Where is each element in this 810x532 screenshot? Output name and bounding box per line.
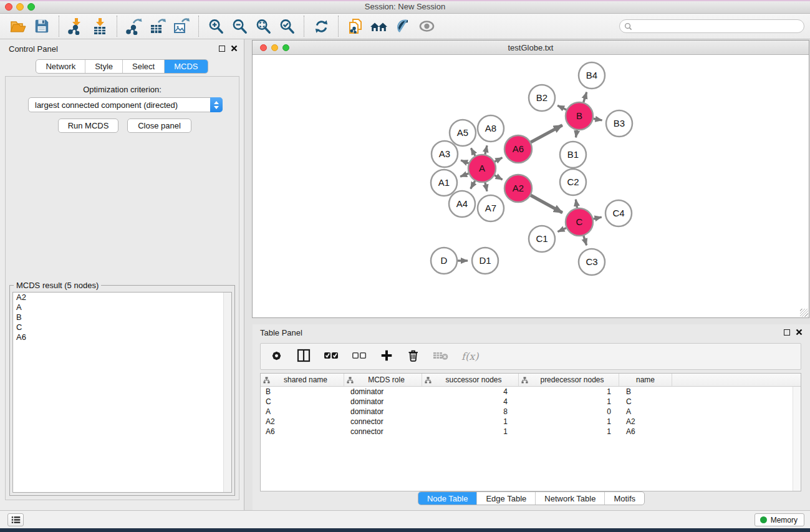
close-panel-button[interactable]: Close panel [127,118,191,133]
zoom-in-button[interactable] [206,16,226,36]
graph-edge-A-A3[interactable] [461,160,468,163]
column-header-name[interactable]: name [619,374,672,386]
graph-edge-B-B1[interactable] [576,130,577,138]
zoom-fit-button[interactable] [253,16,273,36]
table-row[interactable]: Adominator80A [261,407,801,417]
graph-node-label-D1: D1 [479,255,491,266]
column-header-predecessor-nodes[interactable]: predecessor nodes [519,374,619,386]
memory-label: Memory [771,516,798,525]
graph-node-label-D: D [441,255,448,266]
tab-style[interactable]: Style [85,60,122,73]
network-window: testGlobe.txt B4B2BB3A8A5A6A3B1AA1C2A2A4… [252,40,809,318]
attribute-tree-icon [263,377,270,384]
graph-edge-B-B2[interactable] [557,105,566,110]
import-table-button[interactable] [90,16,110,36]
table-row[interactable]: Bdominator41B [261,387,801,397]
function-builder-button: f(x) [461,351,478,362]
memory-button[interactable]: Memory [755,513,804,526]
float-table-panel-icon[interactable] [784,329,790,336]
table-scrollbar[interactable] [793,387,801,491]
task-history-button[interactable] [7,513,24,526]
home-icon [370,17,388,35]
result-item-A2[interactable]: A2 [13,293,231,302]
network-window-title: testGlobe.txt [253,43,809,52]
eye-button[interactable] [417,16,436,36]
tab-mcds[interactable]: MCDS [164,60,207,73]
table-settings-button[interactable] [269,349,284,365]
mcds-result-list: A2ABCA6 [12,292,232,493]
open-file-button[interactable] [8,16,28,36]
graph-edge-B-B4[interactable] [584,92,587,102]
tab-node-table[interactable]: Node Table [418,492,477,505]
graph-edge-C-C1[interactable] [558,228,566,231]
graph-edge-A6-B[interactable] [531,125,562,142]
tab-network[interactable]: Network [36,60,85,73]
graph-edge-A-A6[interactable] [494,158,502,162]
node-table: shared nameMCDS rolesuccessor nodesprede… [260,373,801,491]
result-item-A[interactable]: A [13,302,231,312]
run-mcds-button[interactable]: Run MCDS [58,118,118,133]
refresh-icon [313,18,330,35]
trash-icon [406,348,420,363]
result-item-C[interactable]: C [13,322,231,332]
mcds-panel: Optimization criterion: largest connecte… [5,76,239,500]
hide-details-button[interactable] [393,16,413,36]
home-button[interactable] [369,16,389,36]
search-input[interactable] [635,22,791,31]
graph-edge-A-A2[interactable] [494,175,502,180]
graph-edge-C-C2[interactable] [576,200,577,208]
graph-edge-A-A5[interactable] [471,148,475,156]
refresh-button[interactable] [311,16,331,36]
select-all-button[interactable] [324,351,339,362]
graph-edge-A2-C[interactable] [531,195,562,213]
tab-edge-table[interactable]: Edge Table [476,492,535,505]
columns-icon [296,348,311,363]
import-network-button[interactable] [66,16,86,36]
clone-network-icon [347,17,364,35]
export-table-button[interactable] [148,16,168,36]
table-columns-button[interactable] [296,348,311,365]
graph-edge-C-C3[interactable] [584,236,587,245]
export-network-button[interactable] [124,16,144,36]
search-field[interactable] [619,19,804,33]
table-row[interactable]: Cdominator41C [261,397,801,407]
add-column-button[interactable] [380,349,393,364]
resize-grip[interactable] [800,309,808,317]
save-session-button[interactable] [32,16,52,36]
optimization-label: Optimization criterion: [6,85,239,94]
list-icon [11,515,21,525]
graph-edge-A-A4[interactable] [471,181,475,189]
optimization-select[interactable]: largest connected component (directed) [28,97,223,112]
table-row[interactable]: A6connector11A6 [261,427,801,437]
close-table-panel-icon[interactable] [796,329,803,336]
float-panel-icon[interactable] [219,46,225,52]
network-canvas[interactable]: B4B2BB3A8A5A6A3B1AA1C2A2A4A7C4CC1DD1C3 [253,55,809,317]
result-item-B[interactable]: B [13,312,231,322]
gear-icon [269,349,284,363]
column-header-successor-nodes[interactable]: successor nodes [422,374,519,386]
hide-details-icon [394,17,412,35]
clone-network-button[interactable] [345,16,365,36]
column-header-shared-name[interactable]: shared name [261,374,344,386]
graph-edge-C-C4[interactable] [593,217,601,219]
result-scrollbar[interactable] [223,293,231,492]
delete-column-button[interactable] [406,348,420,365]
export-image-button[interactable] [171,16,191,36]
graph-edge-A-A7[interactable] [485,182,487,191]
open-folder-icon [9,17,27,35]
tab-motifs[interactable]: Motifs [604,492,644,505]
zoom-out-button[interactable] [229,16,249,36]
graph-edge-A-A1[interactable] [460,173,468,177]
column-header-MCDS-role[interactable]: MCDS role [344,374,422,386]
zoom-selected-button[interactable] [277,16,297,36]
table-row[interactable]: A2connector11A2 [261,417,801,427]
deselect-all-button[interactable] [352,351,367,362]
graph-edge-A-A8[interactable] [485,145,487,154]
close-panel-icon[interactable] [231,45,238,52]
tab-select[interactable]: Select [122,60,164,73]
delete-table-icon [433,349,449,362]
tab-network-table[interactable]: Network Table [535,492,604,505]
graph-edge-B-B3[interactable] [594,118,602,120]
result-item-A6[interactable]: A6 [13,332,231,342]
graph-node-label-B2: B2 [536,92,547,103]
